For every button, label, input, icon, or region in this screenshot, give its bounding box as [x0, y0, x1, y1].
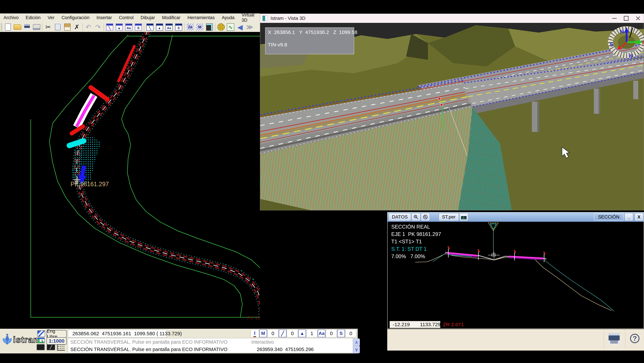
- print-icon: [33, 24, 40, 30]
- help-button[interactable]: ?: [630, 334, 640, 343]
- chevron-up-icon: ∧: [355, 339, 358, 345]
- seccion-bottom-strip: ?: [387, 329, 644, 350]
- seccion-minimize-button[interactable]: _: [625, 213, 633, 221]
- seccion-footer-values: -12.219 1133.729: [390, 321, 440, 328]
- message-list[interactable]: SECCIÓN TRANSVERSAL. Pulse en pantalla p…: [68, 338, 353, 353]
- line-counter-icon[interactable]: ╱: [279, 329, 286, 337]
- layout-letter: L: [42, 339, 44, 343]
- print-button[interactable]: [32, 22, 41, 32]
- view-triangle-window-button[interactable]: ▲: [155, 22, 164, 32]
- screen-lamp-icon: [206, 23, 213, 31]
- magnifier-circle-icon: [423, 214, 428, 219]
- menu-item-configuracion[interactable]: Configuración: [58, 15, 93, 20]
- menu-item-virtual3d[interactable]: Virtual 3D: [238, 13, 260, 23]
- toolbar-separator: [42, 23, 42, 31]
- collapse-chevrons-button[interactable]: ≫: [245, 22, 254, 32]
- seccion-close-button[interactable]: X: [635, 213, 643, 221]
- screen-draw-toggle-icon[interactable]: ╱: [47, 344, 55, 350]
- st-per-button[interactable]: ST.per: [439, 213, 458, 221]
- plan-view-drawing[interactable]: PK 98161.297 PK 98000.457: [0, 32, 260, 329]
- paste-button[interactable]: [62, 22, 72, 32]
- cursor-coordinates-value: 263856.062 4751936.161 1099.580 ( 1133.7…: [72, 331, 182, 336]
- vista3d-viewport[interactable]: N S W E X 263856.1 Y 4751936.2 Z 1099.58…: [260, 23, 644, 210]
- triangle-counter-icon[interactable]: ▲: [298, 329, 306, 337]
- screen-lamp-button[interactable]: [204, 22, 214, 32]
- edit-text-window-icon: Aa: [125, 24, 132, 31]
- flag-toggle-icon[interactable]: [37, 330, 45, 337]
- save-section-button[interactable]: [608, 333, 620, 344]
- curve-counter-value: 0: [345, 329, 356, 337]
- layers-za-button[interactable]: Za: [186, 22, 195, 32]
- cut-icon: ✂: [46, 23, 51, 31]
- layers-m-icon: M: [196, 24, 203, 31]
- screen-draw-glyph: ╱: [50, 345, 52, 349]
- view-curve-window-button[interactable]: S: [174, 22, 184, 32]
- menu-item-control[interactable]: Control: [115, 15, 137, 20]
- menu-item-modificar[interactable]: Modificar: [158, 15, 184, 20]
- seccion-body[interactable]: SECCIÓN REAL EJE 1 PK 98161.297 T1 <ST1>…: [388, 222, 644, 328]
- delete-button[interactable]: ✗: [72, 22, 82, 32]
- seccion-titlebar[interactable]: DATOS ST.per: [388, 212, 644, 222]
- edit-triangle-window-button[interactable]: ▲: [114, 22, 124, 32]
- compass-w: W: [628, 53, 634, 59]
- plan-road: [76, 32, 260, 317]
- edit-line-window-icon: ╲: [106, 24, 113, 31]
- vista3d-window: Istram - Vista 3D: [260, 14, 644, 210]
- terrain-view-button[interactable]: [460, 213, 468, 221]
- copy-button[interactable]: [53, 22, 62, 32]
- menu-item-edicion[interactable]: Edición: [22, 15, 44, 20]
- view-line-window-button[interactable]: ╲: [145, 22, 155, 32]
- view-text-window-button[interactable]: Aa: [164, 22, 174, 32]
- menu-item-herramientas[interactable]: Herramientas: [184, 15, 218, 20]
- toolbar-items: ✂✗↶↷╲▲AaS╲▲AaSZaM∿◀≫: [3, 22, 254, 32]
- toolbar-drag-handle[interactable]: [1, 23, 2, 31]
- globe-settings-button[interactable]: [216, 22, 226, 32]
- section-crosshair: [488, 252, 500, 259]
- open-file-button[interactable]: [12, 22, 22, 32]
- layout-toggle-icon[interactable]: L: [37, 337, 45, 343]
- profile-chart-button[interactable]: ∿: [226, 22, 235, 32]
- axis-toggle-icon[interactable]: [57, 344, 65, 350]
- message-scroll-down-button[interactable]: ∨: [353, 346, 360, 353]
- undo-button[interactable]: ↶: [84, 22, 93, 32]
- picked-coordinates: 263959.340 4751905.296: [257, 346, 314, 353]
- save-file-button[interactable]: [22, 22, 32, 32]
- zoom-in-button[interactable]: [412, 213, 420, 221]
- menu-item-archivo[interactable]: Archivo: [0, 15, 22, 20]
- datos-button[interactable]: DATOS: [389, 213, 411, 221]
- edit-text-window-button[interactable]: Aa: [124, 22, 134, 32]
- section-elevation-value: 1133.729: [420, 322, 441, 327]
- menu-item-dibujar[interactable]: Dibujar: [137, 15, 158, 20]
- maximize-button[interactable]: [620, 14, 632, 23]
- close-button[interactable]: [632, 14, 644, 23]
- message-scroll-up-button[interactable]: ∧: [353, 338, 360, 346]
- vista3d-titlebar[interactable]: Istram - Vista 3D: [260, 14, 644, 23]
- new-file-button[interactable]: [3, 22, 12, 32]
- scale-button[interactable]: 1:1000: [46, 337, 67, 345]
- curve-counter-icon[interactable]: S: [337, 329, 345, 337]
- menu-item-insertar[interactable]: Insertar: [93, 15, 116, 20]
- screen-toggle-icon[interactable]: [36, 344, 45, 350]
- mountain-icon: [461, 215, 466, 219]
- text-counter-icon[interactable]: Aa: [318, 329, 326, 337]
- new-file-icon: [5, 24, 11, 31]
- toolbar: ✂✗↶↷╲▲AaS╲▲AaSZaM∿◀≫: [0, 22, 260, 32]
- marker-counter-icon[interactable]: M: [259, 329, 267, 337]
- edit-curve-window-button[interactable]: S: [134, 22, 143, 32]
- cut-button[interactable]: ✂: [43, 22, 53, 32]
- eng-libre-button[interactable]: Eng Libre: [46, 330, 67, 338]
- menu-item-ayuda[interactable]: Ayuda: [218, 15, 238, 20]
- seccion-info: SECCIÓN REAL EJE 1 PK 98161.297 T1 <ST1>…: [391, 223, 441, 260]
- minimize-button[interactable]: [608, 14, 620, 23]
- plan-pk-label-faint: PK 98000.457: [247, 315, 260, 321]
- menu-item-ver[interactable]: Ver: [44, 15, 58, 20]
- section-terrain-line: [415, 254, 612, 310]
- edit-line-window-button[interactable]: ╲: [105, 22, 114, 32]
- back-arrow-button[interactable]: ◀: [235, 22, 245, 32]
- info-button[interactable]: i: [250, 329, 259, 337]
- zoom-extents-button[interactable]: [421, 213, 430, 221]
- section-zr-value: ZR 2.071: [443, 322, 464, 327]
- layers-m-button[interactable]: M: [195, 22, 204, 32]
- vista3d-coords-overlay: X 263856.1 Y 4751936.2 Z 1099.58 TIN-v9.…: [265, 27, 354, 54]
- redo-button[interactable]: ↷: [93, 22, 103, 32]
